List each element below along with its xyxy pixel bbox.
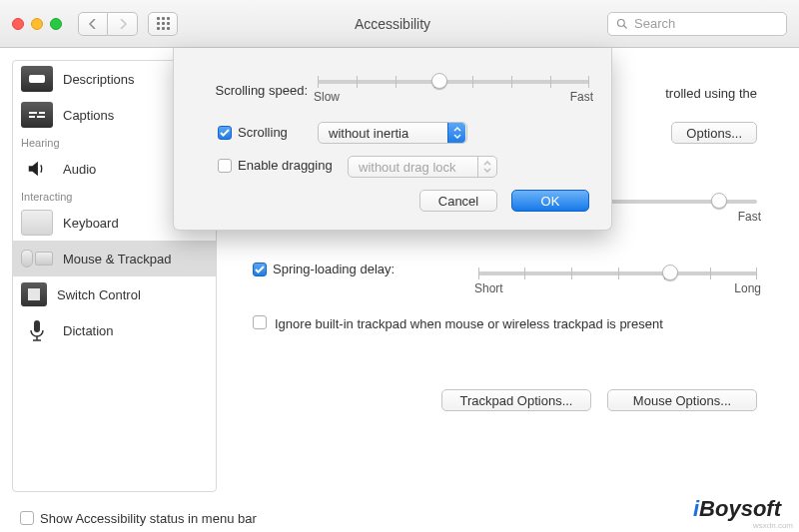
sidebar-item-label: Audio	[63, 162, 96, 177]
svg-rect-7	[34, 320, 40, 332]
spring-loading-row: Spring-loading delay: Short Long	[253, 262, 757, 276]
watermark: iBoysoft	[693, 496, 781, 522]
sidebar-item-label: Mouse & Trackpad	[63, 252, 171, 266]
chevron-updown-icon	[477, 157, 495, 177]
microphone-icon	[21, 317, 53, 343]
zoom-window-icon[interactable]	[50, 18, 62, 30]
slider-min-label: Short	[474, 281, 503, 295]
slider-max-label: Long	[734, 281, 761, 295]
show-status-label: Show Accessibility status in menu bar	[40, 511, 257, 526]
spring-loading-label: Spring-loading delay:	[273, 262, 395, 276]
sidebar-item-label: Descriptions	[63, 72, 135, 87]
trackpad-options-sheet: Scrolling speed: Slow Fast Scrolling wit…	[173, 48, 612, 231]
svg-rect-5	[29, 116, 35, 118]
options-row: Trackpad Options... Mouse Options...	[231, 389, 757, 411]
speaker-icon	[21, 156, 53, 182]
cancel-button[interactable]: Cancel	[419, 190, 497, 212]
show-status-checkbox[interactable]	[20, 511, 34, 525]
scrolling-checkbox[interactable]	[218, 126, 232, 140]
svg-rect-6	[37, 116, 45, 118]
scrolling-label: Scrolling	[238, 125, 288, 140]
scrolling-speed-label: Scrolling speed:	[196, 83, 318, 98]
switch-control-icon	[21, 282, 47, 306]
grid-icon	[157, 17, 170, 30]
sidebar-item-label: Keyboard	[63, 216, 119, 231]
obscured-text: trolled using the	[665, 86, 757, 101]
slider-min-label: Slow	[314, 90, 340, 104]
dragging-value: without drag lock	[359, 160, 456, 175]
scrolling-speed-slider[interactable]: Slow Fast	[318, 70, 589, 110]
svg-rect-3	[29, 112, 37, 114]
back-button[interactable]	[78, 12, 108, 36]
svg-line-1	[624, 25, 627, 28]
descriptions-icon	[21, 66, 53, 92]
sidebar-item-label: Switch Control	[57, 287, 141, 302]
mouse-options-button[interactable]: Mouse Options...	[607, 389, 757, 411]
spring-loading-checkbox[interactable]	[253, 263, 267, 276]
ignore-trackpad-checkbox[interactable]	[253, 315, 267, 329]
search-input[interactable]: Search	[607, 12, 787, 36]
watermark-sub: wsxdn.com	[753, 521, 793, 530]
window-title: Accessibility	[188, 16, 597, 32]
scrolling-value: without inertia	[329, 126, 408, 141]
sidebar-item-label: Captions	[63, 108, 114, 123]
ok-button[interactable]: OK	[511, 190, 589, 212]
svg-point-0	[618, 19, 625, 26]
mouse-trackpad-icon	[21, 246, 53, 271]
chevron-updown-icon	[447, 123, 465, 143]
scrolling-select[interactable]: without inertia	[318, 122, 467, 144]
slider-max-label: Fast	[738, 210, 761, 224]
nav-buttons	[78, 12, 138, 36]
sidebar-item-switch-control[interactable]: Switch Control	[13, 276, 216, 312]
dragging-select: without drag lock	[348, 156, 497, 178]
enable-dragging-checkbox[interactable]	[218, 159, 232, 173]
toolbar: Accessibility Search	[0, 0, 799, 48]
slider-max-label: Fast	[570, 90, 593, 104]
minimize-window-icon[interactable]	[31, 18, 43, 30]
trackpad-options-button[interactable]: Trackpad Options...	[441, 389, 591, 411]
keyboard-icon	[21, 210, 53, 236]
options-button[interactable]: Options...	[671, 122, 757, 144]
sheet-actions: Cancel OK	[196, 190, 589, 212]
sidebar-item-dictation[interactable]: Dictation	[13, 312, 216, 348]
close-window-icon[interactable]	[12, 18, 24, 30]
ignore-trackpad-row: Ignore built-in trackpad when mouse or w…	[253, 315, 757, 333]
captions-icon	[21, 102, 53, 128]
forward-button[interactable]	[108, 12, 138, 36]
enable-dragging-label: Enable dragging	[238, 158, 333, 173]
search-placeholder: Search	[634, 16, 675, 31]
sidebar-item-label: Dictation	[63, 323, 114, 338]
search-icon	[616, 18, 628, 30]
ignore-trackpad-label: Ignore built-in trackpad when mouse or w…	[275, 315, 663, 333]
spring-loading-slider[interactable]: Short Long	[478, 262, 757, 301]
svg-rect-4	[39, 112, 45, 114]
svg-rect-2	[29, 75, 45, 83]
footer: Show Accessibility status in menu bar	[0, 504, 799, 532]
sidebar-item-mouse-trackpad[interactable]: Mouse & Trackpad	[13, 241, 216, 276]
window-controls	[12, 18, 62, 30]
show-all-button[interactable]	[148, 12, 178, 36]
